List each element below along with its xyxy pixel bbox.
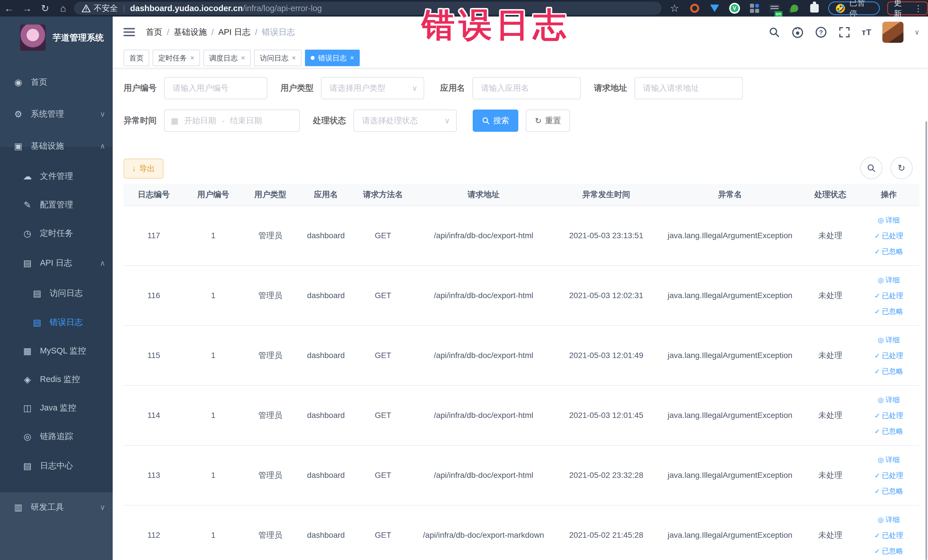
extension-shield-icon[interactable] — [709, 3, 720, 14]
breadcrumb-api-log[interactable]: API 日志 — [218, 26, 250, 38]
detail-link[interactable]: ◎详细 — [858, 332, 919, 348]
ignored-label: 已忽略 — [882, 247, 903, 255]
detail-link[interactable]: ◎详细 — [858, 272, 919, 288]
bookmark-star-icon[interactable]: ☆ — [669, 3, 681, 14]
sidebar-item-infrastructure[interactable]: ▣ 基础设施 ∧ — [0, 131, 113, 161]
export-button[interactable]: ↓ 导出 — [124, 159, 163, 179]
tab-scheduled-task[interactable]: 定时任务 × — [153, 50, 200, 66]
browser-menu-icon[interactable]: ⋮ — [914, 3, 923, 14]
sidebar-item-home[interactable]: ◉ 首页 — [0, 67, 113, 97]
vue-devtools-icon[interactable]: V — [729, 3, 740, 14]
mark-processed-link[interactable]: ✓已处理 — [858, 228, 919, 244]
toggle-search-button[interactable] — [860, 157, 882, 179]
table-row: 112 1 管理员 dashboard GET /api/infra/db-do… — [124, 505, 919, 560]
cell-exception-time: 2021-05-03 12:01:49 — [555, 325, 658, 385]
sidebar-item-dev-tools[interactable]: ▥ 研发工具 ∨ — [0, 492, 113, 522]
reset-button[interactable]: ↻ 重置 — [526, 110, 570, 132]
close-icon[interactable]: × — [350, 54, 354, 62]
mark-processed-link[interactable]: ✓已处理 — [858, 348, 919, 363]
cell-app-name: dashboard — [298, 445, 354, 505]
sidebar-item-error-log[interactable]: ▤ 错误日志 — [0, 308, 113, 337]
exception-time-range-picker[interactable]: ▦ 开始日期 - 结束日期 — [164, 110, 300, 132]
mark-ignored-link[interactable]: ✓已忽略 — [858, 483, 919, 499]
sidebar-item-system-management[interactable]: ⚙ 系统管理 ∨ — [0, 99, 113, 129]
status-select[interactable]: 请选择处理状态 ∨ — [353, 110, 457, 132]
refresh-table-button[interactable]: ↻ — [890, 157, 913, 179]
monitor-icon: ▣ — [13, 141, 23, 151]
collapse-sidebar-icon[interactable] — [124, 27, 135, 37]
mark-ignored-link[interactable]: ✓已忽略 — [858, 423, 919, 439]
search-button-label: 搜索 — [493, 115, 509, 126]
sidebar-item-link-trace[interactable]: ◎ 链路追踪 — [0, 422, 113, 451]
chrome-update-button[interactable]: 更新 ⋮ — [887, 2, 928, 15]
detail-link[interactable]: ◎详细 — [858, 212, 919, 228]
app-logo-row[interactable]: 芋道管理系统 — [0, 21, 113, 55]
sidebar-item-mysql-monitor[interactable]: ▦ MySQL 监控 — [0, 336, 113, 366]
vue-letter: V — [731, 4, 739, 12]
forward-icon[interactable]: → — [18, 3, 36, 14]
eye-icon: ◎ — [878, 516, 884, 523]
reload-icon[interactable]: ↻ — [36, 3, 54, 14]
detail-link[interactable]: ◎详细 — [858, 512, 919, 528]
cell-actions: ◎详细 ✓已处理 ✓已忽略 — [858, 445, 919, 505]
cell-log-id: 116 — [124, 266, 184, 325]
tab-label: 访问日志 — [260, 53, 288, 63]
eye-icon: ◎ — [878, 216, 884, 224]
user-type-select[interactable]: 请选择用户类型 ∨ — [321, 77, 424, 99]
home-icon[interactable]: ⌂ — [54, 3, 72, 14]
user-avatar[interactable] — [882, 22, 904, 43]
header-actions: ? тT ∨ — [768, 17, 919, 48]
app-name-input[interactable] — [472, 77, 581, 99]
back-icon[interactable]: ← — [0, 3, 18, 14]
mark-ignored-link[interactable]: ✓已忽略 — [858, 543, 919, 559]
user-id-input[interactable] — [164, 77, 267, 99]
github-icon[interactable] — [791, 26, 804, 38]
recorder-paused-pill[interactable]: 🤣 已暂停 — [828, 2, 880, 15]
sidebar-item-log-center[interactable]: ▤ 日志中心 — [0, 451, 113, 481]
mark-processed-link[interactable]: ✓已处理 — [858, 468, 919, 483]
close-icon[interactable]: × — [241, 54, 245, 62]
search-button[interactable]: 搜索 — [473, 110, 518, 132]
sidebar-item-redis-monitor[interactable]: ◈ Redis 监控 — [0, 365, 113, 394]
extension-on-icon[interactable]: on — [769, 3, 780, 14]
detail-link[interactable]: ◎详细 — [858, 392, 919, 407]
mark-processed-link[interactable]: ✓已处理 — [858, 407, 919, 423]
mark-processed-link[interactable]: ✓已处理 — [858, 528, 919, 543]
extension-plant-icon[interactable] — [789, 3, 800, 14]
mark-ignored-link[interactable]: ✓已忽略 — [858, 304, 919, 319]
detail-link[interactable]: ◎详细 — [858, 452, 919, 468]
tab-access-log[interactable]: 访问日志 × — [254, 50, 302, 66]
mark-ignored-link[interactable]: ✓已忽略 — [858, 244, 919, 259]
breadcrumb-home[interactable]: 首页 — [146, 26, 162, 38]
col-actions: 操作 — [858, 184, 919, 206]
mark-ignored-link[interactable]: ✓已忽略 — [858, 363, 919, 379]
extension-orange-icon[interactable] — [689, 3, 701, 14]
sidebar-item-java-monitor[interactable]: ◫ Java 监控 — [0, 393, 113, 423]
breadcrumb-infrastructure[interactable]: 基础设施 — [174, 26, 207, 38]
page-scrollbar[interactable] — [925, 121, 927, 560]
close-icon[interactable]: × — [190, 54, 194, 62]
fullscreen-icon[interactable] — [838, 26, 851, 38]
chevron-up-icon: ∧ — [100, 259, 105, 268]
user-menu-caret-icon[interactable]: ∨ — [914, 28, 919, 36]
mark-processed-link[interactable]: ✓已处理 — [858, 288, 919, 304]
sidebar-item-file-management[interactable]: ☁ 文件管理 — [0, 162, 113, 191]
extensions-puzzle-icon[interactable] — [809, 3, 820, 14]
app-title: 芋道管理系统 — [52, 32, 104, 44]
sidebar-item-access-log[interactable]: ▤ 访问日志 — [0, 278, 113, 308]
url-bar[interactable]: 不安全 | dashboard.yudao.iocoder.cn /infra/… — [74, 2, 662, 15]
sidebar-item-config-management[interactable]: ✎ 配置管理 — [0, 190, 113, 220]
sidebar-item-api-log[interactable]: ▤ API 日志 ∧ — [0, 248, 113, 278]
extension-grid-icon[interactable] — [749, 3, 760, 14]
request-url-input[interactable] — [635, 77, 743, 99]
close-icon[interactable]: × — [292, 54, 296, 62]
font-size-icon[interactable]: тT — [862, 27, 872, 37]
sidebar-item-scheduled-task[interactable]: ◷ 定时任务 — [0, 218, 113, 248]
search-icon — [482, 117, 490, 125]
tab-schedule-log[interactable]: 调度日志 × — [203, 50, 251, 66]
user-type-label: 用户类型 — [281, 82, 313, 94]
tab-error-log[interactable]: 错误日志 × — [305, 50, 360, 66]
tab-home[interactable]: 首页 — [124, 50, 149, 66]
search-icon[interactable] — [768, 26, 780, 38]
help-icon[interactable]: ? — [815, 26, 827, 38]
